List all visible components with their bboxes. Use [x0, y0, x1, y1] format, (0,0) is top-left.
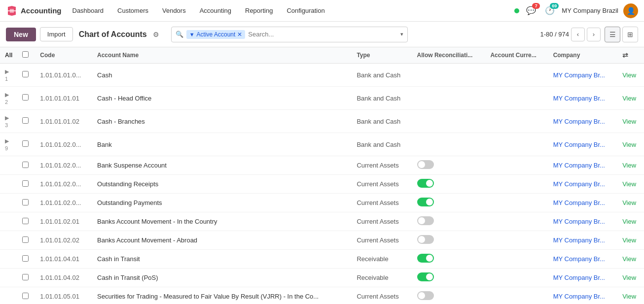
nav-reporting[interactable]: Reporting: [238, 0, 280, 22]
row-checkbox[interactable]: [22, 218, 29, 224]
account-name: Bank Suspense Account: [92, 156, 352, 175]
reconcile-toggle[interactable]: [417, 254, 434, 263]
funnel-icon: ▼: [189, 32, 195, 37]
reconcile-toggle[interactable]: [417, 160, 434, 169]
toolbar: New Import Chart of Accounts ⚙ 🔍 ▼ Activ…: [0, 22, 644, 47]
row-checkbox[interactable]: [22, 94, 29, 101]
col-checkbox[interactable]: [17, 47, 35, 64]
reconcile-toggle[interactable]: [417, 179, 434, 188]
row-checkbox[interactable]: [22, 236, 29, 243]
kanban-view-button[interactable]: ⊞: [622, 27, 638, 42]
account-reconcile[interactable]: [412, 231, 486, 250]
row-checkbox[interactable]: [22, 199, 29, 205]
col-account-name[interactable]: Account Name: [92, 47, 352, 64]
nav-links: Dashboard Customers Vendors Accounting R…: [66, 0, 515, 22]
group-expand-icon[interactable]: ▶ 9: [5, 138, 9, 151]
view-account-link[interactable]: View: [622, 255, 636, 263]
view-account-link[interactable]: View: [622, 118, 636, 125]
account-reconcile[interactable]: [412, 87, 486, 110]
account-type: Current Assets: [352, 287, 412, 304]
pagination: 1-80 / 974 ‹ ›: [540, 28, 601, 41]
group-expand-icon[interactable]: ▶ 2: [5, 92, 9, 105]
account-reconcile[interactable]: [412, 175, 486, 194]
account-currency: [485, 64, 548, 87]
list-view-button[interactable]: ☰: [605, 27, 620, 42]
account-type: Current Assets: [352, 175, 412, 194]
account-reconcile[interactable]: [412, 156, 486, 175]
view-account-link[interactable]: View: [622, 95, 636, 102]
col-code[interactable]: Code: [35, 47, 92, 64]
nav-dashboard[interactable]: Dashboard: [66, 0, 111, 22]
account-reconcile[interactable]: [412, 194, 486, 212]
account-currency: [485, 194, 548, 212]
pagination-next[interactable]: ›: [587, 28, 601, 41]
filter-tag: ▼ Active Account ✕: [186, 30, 246, 39]
nav-configuration[interactable]: Configuration: [280, 0, 331, 22]
reconcile-toggle[interactable]: [417, 291, 434, 300]
nav-accounting[interactable]: Accounting: [193, 0, 238, 22]
row-checkbox[interactable]: [22, 293, 29, 299]
user-avatar[interactable]: 👤: [623, 3, 638, 18]
row-checkbox[interactable]: [22, 180, 29, 187]
account-reconcile[interactable]: [412, 269, 486, 287]
account-name: Bank: [92, 133, 352, 156]
col-currency[interactable]: Account Curre...: [485, 47, 548, 64]
reconcile-toggle[interactable]: [417, 272, 434, 281]
reconcile-toggle[interactable]: [417, 235, 434, 244]
view-account-link[interactable]: View: [622, 141, 636, 148]
app-logo[interactable]: Accounting: [6, 5, 62, 17]
account-reconcile[interactable]: [412, 250, 486, 269]
reconcile-toggle[interactable]: [417, 216, 434, 225]
row-checkbox[interactable]: [22, 255, 29, 262]
account-reconcile[interactable]: [412, 133, 486, 156]
column-settings-icon[interactable]: ⇄: [622, 51, 628, 59]
view-account-link[interactable]: View: [622, 180, 636, 188]
account-type: Receivable: [352, 250, 412, 269]
topnav-right: 💬 7 🕐 69 MY Company Brazil 👤: [514, 3, 638, 18]
messages-button[interactable]: 💬 7: [524, 4, 538, 18]
row-checkbox[interactable]: [22, 274, 29, 280]
row-checkbox[interactable]: [22, 117, 29, 124]
select-all-checkbox[interactable]: [22, 51, 29, 58]
pagination-prev[interactable]: ‹: [571, 28, 585, 41]
account-reconcile[interactable]: [412, 287, 486, 304]
col-type[interactable]: Type: [352, 47, 412, 64]
group-expand-icon[interactable]: ▶ 3: [5, 115, 9, 128]
settings-icon[interactable]: ⚙: [153, 31, 159, 38]
import-button[interactable]: Import: [40, 27, 73, 41]
account-name: Banks Account Movement - Abroad: [92, 231, 352, 250]
account-reconcile[interactable]: [412, 212, 486, 231]
search-dropdown-arrow[interactable]: ▾: [400, 31, 403, 37]
view-account-link[interactable]: View: [622, 162, 636, 169]
page-title: Chart of Accounts: [79, 30, 147, 39]
row-checkbox[interactable]: [22, 71, 29, 77]
activities-button[interactable]: 🕐 69: [543, 4, 557, 18]
account-reconcile[interactable]: [412, 110, 486, 133]
col-reconciliation[interactable]: Allow Reconciliati...: [412, 47, 486, 64]
account-name: Securities for Trading - Measured to Fai…: [92, 287, 352, 304]
view-account-link[interactable]: View: [622, 293, 636, 300]
group-expand-icon[interactable]: ▶ 1: [5, 68, 9, 82]
nav-customers[interactable]: Customers: [110, 0, 155, 22]
filter-remove-button[interactable]: ✕: [237, 31, 242, 38]
search-input[interactable]: [248, 31, 397, 38]
view-account-link[interactable]: View: [622, 274, 636, 281]
view-account-link[interactable]: View: [622, 218, 636, 225]
logo-icon: [6, 5, 18, 17]
view-account-link[interactable]: View: [622, 199, 636, 206]
new-button[interactable]: New: [6, 28, 36, 41]
row-checkbox[interactable]: [22, 140, 29, 147]
col-settings[interactable]: ⇄: [617, 47, 644, 64]
view-account-link[interactable]: View: [622, 71, 636, 79]
col-expand: All: [0, 47, 17, 64]
nav-vendors[interactable]: Vendors: [155, 0, 193, 22]
row-checkbox[interactable]: [22, 162, 29, 168]
account-reconcile[interactable]: [412, 64, 486, 87]
account-company: MY Company Br...: [548, 87, 618, 110]
col-company[interactable]: Company: [548, 47, 618, 64]
view-account-link[interactable]: View: [622, 236, 636, 244]
table-row: 1.01.01.04.01Cash in TransitReceivableMY…: [0, 250, 644, 269]
reconcile-toggle[interactable]: [417, 198, 434, 206]
account-currency: [485, 175, 548, 194]
account-name: Cash - Head Office: [92, 87, 352, 110]
